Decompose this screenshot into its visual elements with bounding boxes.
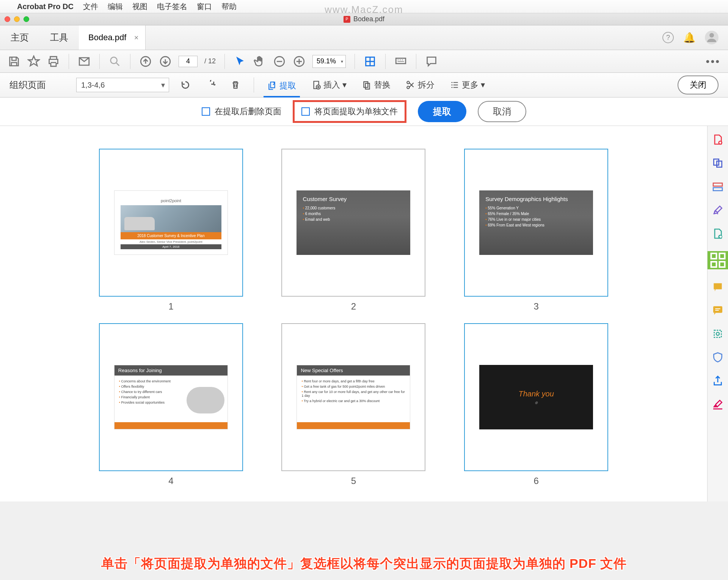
prev-page-icon[interactable] (139, 55, 152, 68)
fill-sign-icon[interactable] (712, 398, 724, 410)
menu-view[interactable]: 视图 (132, 2, 147, 12)
page-number-input[interactable] (179, 56, 198, 67)
page-range-select[interactable]: 1,3-4,6 (76, 78, 169, 92)
right-tool-rail (707, 126, 728, 501)
extract-confirm-button[interactable]: 提取 (418, 101, 466, 122)
help-icon[interactable]: ? (662, 32, 674, 43)
close-window-icon[interactable] (5, 16, 10, 22)
extract-button[interactable]: 提取 (264, 78, 300, 97)
insert-label: 插入 (323, 79, 340, 91)
extract-separate-label: 将页面提取为单独文件 (314, 106, 398, 117)
bullet: 22,000 customers (303, 205, 404, 211)
create-pdf-icon[interactable] (712, 134, 724, 146)
slide-title: Reasons for Joining (115, 365, 228, 376)
svg-rect-21 (714, 283, 722, 289)
page-number: 5 (351, 476, 356, 486)
menu-esign[interactable]: 电子签名 (157, 2, 187, 12)
menu-help[interactable]: 帮助 (221, 2, 237, 12)
star-icon[interactable] (27, 55, 40, 68)
maximize-window-icon[interactable] (24, 16, 29, 22)
pointer-icon[interactable] (234, 55, 246, 68)
more-icon[interactable]: ••• (706, 55, 720, 68)
extract-options-bar: 在提取后删除页面 将页面提取为单独文件 提取 取消 (0, 97, 728, 126)
page-thumbnail[interactable]: Thank you ⊕ 6 (456, 323, 616, 486)
page-number: 4 (168, 476, 173, 486)
slide-date: April 7, 2018 (121, 244, 221, 249)
pdf-badge-icon: P (344, 16, 350, 23)
svg-rect-20 (719, 262, 725, 267)
export-icon[interactable] (712, 228, 724, 240)
edit-pdf-icon[interactable] (712, 181, 724, 193)
more-label: 更多 (462, 79, 479, 91)
rotate-left-button[interactable] (177, 78, 194, 92)
close-panel-button[interactable]: 关闭 (678, 75, 719, 94)
bullet: Email and web (303, 217, 404, 222)
tab-tools[interactable]: 工具 (39, 25, 79, 50)
protect-icon[interactable] (712, 351, 724, 363)
zoom-out-icon[interactable] (273, 55, 286, 68)
menu-window[interactable]: 窗口 (197, 2, 212, 12)
main-toolbar: / 12 59.1% ••• (0, 50, 728, 73)
avatar[interactable] (705, 31, 719, 44)
zoom-in-icon[interactable] (293, 55, 306, 68)
replace-button[interactable]: 替换 (358, 77, 394, 93)
thumbnails-grid[interactable]: point2point 2018 Customer Survey & Incen… (0, 126, 707, 501)
share-icon[interactable] (712, 375, 724, 387)
app-window: P Bodea.pdf 主页 工具 Bodea.pdf × ? 🔔 (0, 13, 728, 501)
page-thumbnail[interactable]: Reasons for Joining Concerns about the e… (91, 323, 251, 486)
minimize-window-icon[interactable] (14, 16, 20, 22)
page-thumbnail[interactable]: New Special Offers Rent four or more day… (274, 323, 434, 486)
app-name[interactable]: Acrobat Pro DC (17, 2, 74, 11)
more-button[interactable]: 更多 ▾ (446, 77, 489, 93)
page-number: 6 (533, 476, 538, 486)
zoom-value: 59.1% (317, 57, 336, 65)
delete-after-checkbox[interactable]: 在提取后删除页面 (202, 106, 281, 117)
page-thumbnail[interactable]: Survey Demographics Highlights 55% Gener… (456, 149, 616, 312)
comment-icon[interactable] (425, 55, 438, 68)
slide-title: Survey Demographics Highlights (485, 196, 587, 202)
tab-row: 主页 工具 Bodea.pdf × ? 🔔 (0, 25, 728, 50)
extract-separate-checkbox[interactable]: 将页面提取为单独文件 (293, 100, 406, 123)
titlebar: P Bodea.pdf (0, 13, 728, 25)
hand-icon[interactable] (253, 55, 266, 68)
mail-icon[interactable] (78, 55, 91, 68)
fit-icon[interactable] (364, 55, 377, 68)
delete-after-label: 在提取后删除页面 (215, 106, 281, 117)
close-tab-icon[interactable]: × (134, 33, 139, 42)
combine-icon[interactable] (712, 157, 724, 169)
svg-rect-18 (719, 253, 725, 259)
bell-icon[interactable]: 🔔 (683, 32, 695, 44)
search-icon[interactable] (108, 55, 121, 68)
insert-button[interactable]: 插入 ▾ (308, 77, 350, 93)
sign-icon[interactable] (712, 204, 724, 216)
save-icon[interactable] (8, 55, 20, 68)
extract-icon (267, 81, 277, 91)
scan-icon[interactable] (712, 328, 724, 340)
organize-icon[interactable] (708, 251, 728, 269)
zoom-select[interactable]: 59.1% (312, 55, 346, 68)
split-button[interactable]: 拆分 (402, 77, 438, 93)
page-thumbnail[interactable]: Customer Survey 22,000 customers 6 month… (274, 149, 434, 312)
menu-edit[interactable]: 编辑 (108, 2, 123, 12)
tab-active-label: Bodea.pdf (88, 33, 126, 42)
rotate-right-button[interactable] (202, 78, 219, 92)
page-range-value: 1,3-4,6 (81, 81, 105, 90)
svg-point-0 (709, 33, 714, 38)
menu-file[interactable]: 文件 (83, 2, 98, 12)
comment-tool-icon[interactable] (712, 304, 724, 316)
window-title: P Bodea.pdf (344, 15, 384, 23)
tab-active-document[interactable]: Bodea.pdf × (79, 25, 146, 50)
cancel-button[interactable]: 取消 (478, 101, 526, 122)
delete-button[interactable] (227, 78, 244, 92)
send-comments-icon[interactable] (712, 281, 724, 293)
print-icon[interactable] (47, 55, 60, 68)
next-page-icon[interactable] (159, 55, 172, 68)
keyboard-icon[interactable] (394, 55, 407, 68)
user-icon (705, 31, 719, 44)
page-number: 3 (533, 301, 538, 312)
tab-home[interactable]: 主页 (0, 25, 39, 50)
page-number: 2 (351, 301, 356, 312)
page-total: / 12 (204, 57, 216, 65)
page-thumbnail[interactable]: point2point 2018 Customer Survey & Incen… (91, 149, 251, 312)
replace-label: 替换 (374, 79, 391, 91)
